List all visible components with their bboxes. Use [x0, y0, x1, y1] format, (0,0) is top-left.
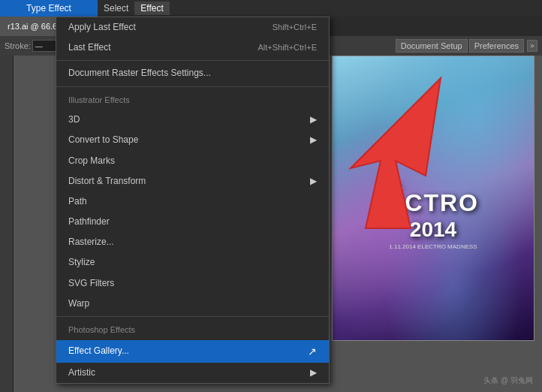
effect-gallery-label: Effect Gallery...	[68, 344, 129, 358]
artistic-arrow: ▶	[310, 366, 317, 380]
separator-3	[56, 316, 329, 317]
doc-setup-button[interactable]: Document Setup	[396, 39, 468, 53]
stroke-value: —	[35, 42, 43, 50]
convert-to-shape-item[interactable]: Convert to Shape ▶	[56, 130, 329, 150]
artwork-sub: 1.11.2014 ELECTRO MADNESS	[389, 243, 477, 250]
stroke-label: Stroke:	[5, 41, 31, 50]
last-effect-item[interactable]: Last Effect Alt+Shift+Ctrl+E	[56, 38, 329, 58]
distort-transform-item[interactable]: Distort & Transform ▶	[56, 171, 329, 191]
apply-last-effect-shortcut: Shift+Ctrl+E	[273, 21, 317, 35]
apply-last-effect-item[interactable]: Apply Last Effect Shift+Ctrl+E	[56, 17, 329, 38]
crop-marks-label: Crop Marks	[68, 154, 115, 168]
cursor-icon: ↗	[308, 343, 317, 360]
pathfinder-item[interactable]: Pathfinder	[56, 212, 329, 232]
doc-raster-settings-item[interactable]: Document Raster Effects Settings...	[56, 63, 329, 83]
vertical-ruler	[0, 36, 14, 392]
separator-1	[56, 60, 329, 61]
menu-effect[interactable]: Effect	[134, 2, 169, 15]
svg-filters-label: SVG Filters	[68, 276, 114, 291]
menu-select[interactable]: Select	[98, 2, 134, 15]
illustrator-effects-label: Illustrator Effects	[68, 94, 130, 107]
menu-bar: Type Effect Type Select Effect	[0, 0, 542, 17]
photoshop-effects-header: Photoshop Effects	[56, 319, 329, 340]
distort-transform-label: Distort & Transform	[68, 174, 146, 188]
convert-to-shape-label: Convert to Shape	[68, 133, 138, 147]
panel-collapse-icon[interactable]: »	[530, 42, 534, 50]
3d-label: 3D	[68, 113, 80, 127]
artistic-item[interactable]: Artistic ▶	[56, 363, 329, 383]
apply-last-effect-label: Apply Last Effect	[68, 20, 136, 35]
rasterize-label: Rasterize...	[68, 235, 114, 249]
effect-gallery-item[interactable]: Effect Gallery... ↗	[56, 340, 329, 363]
pathfinder-label: Pathfinder	[68, 215, 110, 229]
svg-filters-item[interactable]: SVG Filters	[56, 273, 329, 294]
convert-to-shape-arrow: ▶	[310, 133, 317, 147]
path-label: Path	[68, 194, 87, 209]
doc-raster-label: Document Raster Effects Settings...	[68, 66, 211, 80]
direction-arrow	[306, 63, 471, 243]
last-effect-shortcut: Alt+Shift+Ctrl+E	[257, 41, 317, 55]
crop-marks-item[interactable]: Crop Marks	[56, 151, 329, 171]
last-effect-label: Last Effect	[68, 41, 110, 55]
prefs-button[interactable]: Preferences	[469, 39, 524, 53]
distort-transform-arrow: ▶	[310, 174, 317, 188]
stylize-item[interactable]: Stylize	[56, 252, 329, 273]
effect-menu: Apply Last Effect Shift+Ctrl+E Last Effe…	[56, 17, 330, 384]
artistic-label: Artistic	[68, 366, 95, 380]
rasterize-item[interactable]: Rasterize...	[56, 232, 329, 252]
photoshop-effects-label: Photoshop Effects	[68, 324, 135, 337]
3d-arrow: ▶	[310, 113, 317, 127]
type-menu-label[interactable]: Type Effect	[26, 3, 71, 14]
warp-label: Warp	[68, 297, 89, 311]
separator-2	[56, 86, 329, 87]
path-item[interactable]: Path	[56, 191, 329, 212]
3d-item[interactable]: 3D ▶	[56, 110, 329, 130]
warp-item[interactable]: Warp	[56, 294, 329, 314]
watermark: 头条 @ 羽兔网	[483, 375, 533, 386]
svg-marker-0	[351, 78, 441, 228]
stylize-label: Stylize	[68, 255, 95, 270]
illustrator-effects-header: Illustrator Effects	[56, 89, 329, 110]
